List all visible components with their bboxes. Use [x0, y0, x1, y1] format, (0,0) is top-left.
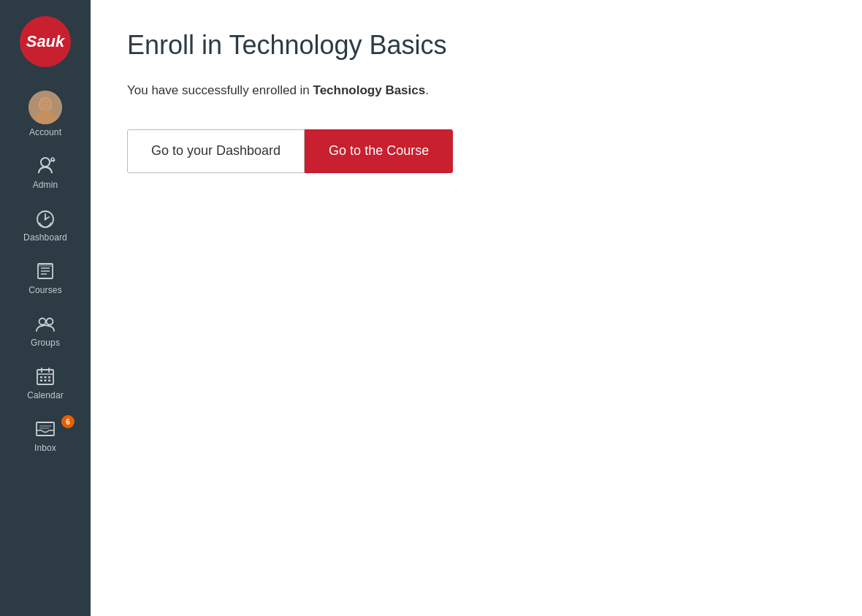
- sidebar-item-dashboard[interactable]: Dashboard: [0, 197, 91, 250]
- sidebar-item-account-label: Account: [29, 127, 61, 137]
- go-to-course-button[interactable]: Go to the Course: [305, 129, 453, 173]
- sidebar-item-admin[interactable]: Admin: [0, 145, 91, 197]
- svg-rect-11: [38, 264, 53, 267]
- page-title: Enroll in Technology Basics: [127, 29, 825, 61]
- sidebar-item-groups-label: Groups: [31, 338, 60, 348]
- svg-rect-24: [37, 422, 54, 436]
- svg-point-13: [47, 319, 53, 325]
- sidebar-item-inbox[interactable]: 6 Inbox: [0, 408, 91, 460]
- sidebar-item-courses[interactable]: Courses: [0, 250, 91, 303]
- groups-icon: [32, 313, 58, 335]
- go-to-dashboard-button[interactable]: Go to your Dashboard: [127, 129, 305, 173]
- logo-text: Sauk: [26, 34, 65, 50]
- course-name: Technology Basics: [313, 83, 426, 97]
- avatar-image: [28, 91, 62, 124]
- success-prefix: You have successfully enrolled in: [127, 83, 313, 97]
- sidebar-nav: Account Admin: [0, 80, 91, 616]
- admin-icon: [32, 155, 58, 177]
- svg-rect-23: [48, 380, 50, 382]
- svg-point-6: [45, 218, 47, 221]
- svg-rect-18: [40, 376, 42, 379]
- sidebar: Sauk Account: [0, 0, 91, 616]
- svg-rect-22: [45, 380, 47, 382]
- sidebar-item-dashboard-label: Dashboard: [23, 232, 67, 243]
- dashboard-icon: [32, 208, 58, 229]
- avatar-svg: [28, 91, 62, 124]
- sidebar-item-inbox-label: Inbox: [34, 443, 56, 453]
- calendar-icon: [32, 365, 58, 387]
- action-buttons: Go to your Dashboard Go to the Course: [127, 129, 825, 173]
- main-content: Enroll in Technology Basics You have suc…: [91, 0, 862, 616]
- sidebar-item-admin-label: Admin: [33, 180, 58, 190]
- svg-rect-21: [40, 380, 42, 382]
- logo[interactable]: Sauk: [0, 0, 91, 80]
- sidebar-item-calendar-label: Calendar: [27, 390, 64, 400]
- sidebar-item-courses-label: Courses: [28, 285, 62, 295]
- sidebar-item-account[interactable]: Account: [0, 80, 91, 145]
- svg-point-3: [39, 98, 51, 111]
- svg-point-4: [51, 158, 54, 161]
- svg-rect-19: [45, 376, 47, 379]
- svg-rect-20: [48, 376, 50, 379]
- sidebar-item-groups[interactable]: Groups: [0, 303, 91, 355]
- avatar: [28, 91, 62, 124]
- inbox-badge: 6: [61, 415, 75, 428]
- success-message: You have successfully enrolled in Techno…: [127, 81, 825, 100]
- sidebar-item-calendar[interactable]: Calendar: [0, 355, 91, 408]
- inbox-icon: [32, 418, 58, 440]
- logo-circle: Sauk: [20, 16, 71, 67]
- svg-point-12: [39, 319, 46, 325]
- success-suffix: .: [425, 83, 429, 97]
- courses-icon: [32, 260, 58, 282]
